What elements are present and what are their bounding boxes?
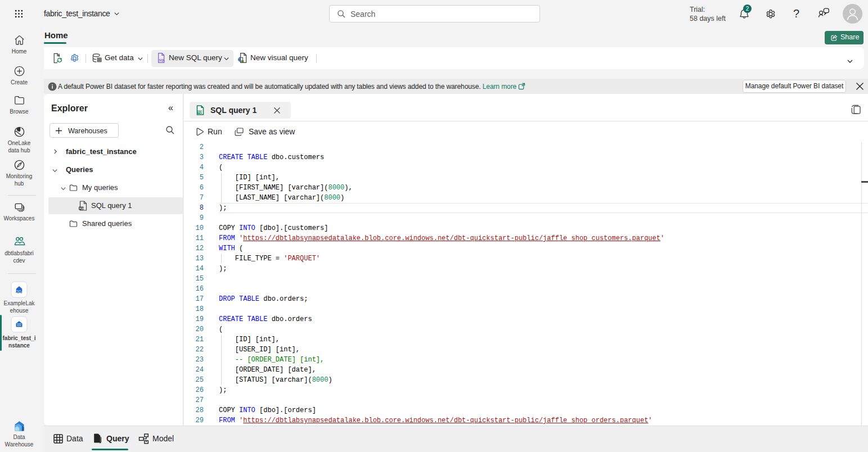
svg-text:SQL: SQL <box>197 111 203 114</box>
svg-text:SQL: SQL <box>159 58 165 62</box>
svg-text:SQL: SQL <box>79 207 84 210</box>
